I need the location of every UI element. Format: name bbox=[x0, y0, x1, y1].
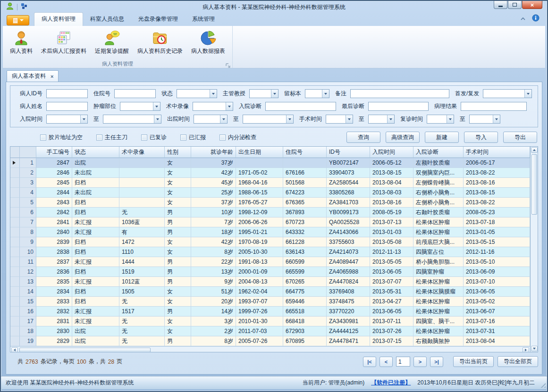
horizontal-scrollbar[interactable] bbox=[10, 346, 530, 352]
table-row[interactable]: 52843归档女37岁1976-05-27676365ZA38417032013… bbox=[10, 198, 530, 208]
table-row[interactable]: 152833归档无女20岁1993-07-0765944633748475201… bbox=[10, 297, 530, 307]
app-logo-icon[interactable] bbox=[6, 2, 14, 12]
scroll-right-icon[interactable] bbox=[523, 347, 529, 352]
vertical-scroll-thumb[interactable] bbox=[531, 154, 537, 215]
table-row[interactable]: 92839归档1472女42岁1970-08-19661228337556032… bbox=[10, 237, 530, 247]
column-header-admission-no[interactable]: 住院号 bbox=[283, 147, 327, 158]
table-row[interactable]: 82840未汇报有男18岁1995-01-21643332ZA414306620… bbox=[10, 227, 530, 237]
scroll-up-icon[interactable] bbox=[531, 147, 538, 153]
table-row[interactable]: 122836归档1519男13岁2000-01-09665599ZA406598… bbox=[10, 267, 530, 277]
column-header-visit-age[interactable]: 就诊年龄 bbox=[191, 147, 236, 158]
patient-name-input[interactable] bbox=[46, 102, 88, 111]
postop-report-button[interactable]: 术后病人汇报资料 bbox=[37, 27, 91, 57]
table-row[interactable]: 112837未汇报1444男22岁1991-08-13660599ZA40894… bbox=[10, 257, 530, 267]
column-header-admission-diagnosis[interactable]: 入院诊断 bbox=[413, 147, 464, 158]
first-page-button[interactable]: |< bbox=[363, 357, 376, 367]
table-row[interactable]: 172831未汇报无女3岁2010-01-30668418ZA343098120… bbox=[10, 317, 530, 326]
column-header-manual-no[interactable]: 手工编号 bbox=[36, 147, 72, 158]
tumor-site-select[interactable] bbox=[120, 102, 160, 111]
export-all-pages-button[interactable]: 导出全部页 bbox=[497, 356, 538, 367]
column-header-admission-date[interactable]: 入院时间 bbox=[370, 147, 413, 158]
revisit-date-from-select[interactable] bbox=[427, 115, 454, 124]
admission-no-input[interactable] bbox=[114, 89, 156, 98]
revisit-reminder-button[interactable]: 近期复诊提醒 bbox=[91, 27, 133, 57]
ribbon-tab-4[interactable]: 系统管理 bbox=[185, 13, 222, 26]
advanced-query-button[interactable]: 高级查询 bbox=[386, 132, 420, 143]
close-button[interactable]: × bbox=[522, 1, 542, 9]
patient-record-button[interactable]: 病人资料 bbox=[6, 27, 37, 57]
history-record-button[interactable]: 病人资料历史记录 bbox=[133, 27, 187, 57]
column-header-birth-date[interactable]: 出生日期 bbox=[236, 147, 283, 158]
pathology-result-input[interactable] bbox=[461, 102, 527, 111]
page-number-input[interactable] bbox=[396, 357, 410, 367]
table-row[interactable]: 102838归档1110女8岁2005-10-30636143ZA4214073… bbox=[10, 247, 530, 257]
chief-surgeon-checkbox[interactable]: 主任主刀 bbox=[96, 133, 127, 142]
surgery-date-to-select[interactable] bbox=[368, 115, 395, 124]
ribbon-tab-1[interactable]: 病人资料管理 bbox=[34, 12, 83, 26]
layout-grid-icon[interactable] bbox=[20, 2, 28, 12]
table-row[interactable]: 32845归档女45岁1968-04-16501568ZA25805442013… bbox=[10, 178, 530, 188]
table-row[interactable]: 42844未出院女25岁1988-06-15674223338052682013… bbox=[10, 188, 530, 198]
column-header-gender[interactable]: 性别 bbox=[165, 147, 191, 158]
column-header-surgery-date[interactable]: 手术时间 bbox=[464, 147, 530, 158]
registration-status-link[interactable]: 【软件已注册】 bbox=[371, 379, 411, 387]
first-or-recur-select[interactable] bbox=[483, 89, 532, 98]
application-menu-button[interactable] bbox=[7, 15, 29, 25]
table-row[interactable]: 62842归档无男10岁1998-12-09367893YB0099173200… bbox=[10, 208, 530, 217]
film-address-empty-checkbox[interactable]: 胶片地址为空 bbox=[40, 133, 83, 142]
status-select[interactable] bbox=[177, 89, 217, 98]
revisited-checkbox[interactable]: 已复诊 bbox=[141, 133, 167, 142]
query-button[interactable]: 查询 bbox=[346, 132, 380, 143]
table-row[interactable]: 162832未汇报1517男14岁1999-07-266655183377022… bbox=[10, 307, 530, 317]
column-header-status[interactable]: 状态 bbox=[72, 147, 119, 158]
collapse-ribbon-icon[interactable] bbox=[520, 15, 526, 23]
table-row[interactable]: 182830出院无女2岁2011-07-03672903ZA4444125201… bbox=[10, 326, 530, 336]
export-current-page-button[interactable]: 导出当前页 bbox=[453, 356, 494, 367]
new-button[interactable]: 新建 bbox=[425, 132, 459, 143]
tab-patient-basic-info[interactable]: 病人基本资料 × bbox=[7, 70, 59, 82]
specimen-select[interactable] bbox=[305, 89, 329, 98]
revisit-date-to-select[interactable] bbox=[469, 115, 500, 124]
table-row[interactable]: 192829出院无男8岁2005-07-26670895ZA4478471201… bbox=[10, 336, 530, 346]
patient-id-input[interactable] bbox=[46, 89, 88, 98]
ribbon-tab-3[interactable]: 光盘录像带管理 bbox=[131, 13, 185, 26]
ribbon-tab-2[interactable]: 科室人员信息 bbox=[83, 13, 131, 26]
scroll-left-icon[interactable] bbox=[11, 347, 18, 352]
prev-page-button[interactable]: < bbox=[379, 357, 393, 367]
table-row[interactable]: 22846未出院女42岁1971-05-02676166339040732013… bbox=[10, 168, 530, 178]
dialog-launcher-icon[interactable] bbox=[226, 61, 230, 66]
last-page-button[interactable]: >| bbox=[430, 357, 443, 367]
admit-date-to-select[interactable] bbox=[103, 115, 161, 124]
professor-select[interactable] bbox=[249, 89, 278, 98]
scroll-down-icon[interactable] bbox=[531, 346, 538, 351]
table-row[interactable]: 142834归档1505女51岁1962-02-0466477533769408… bbox=[10, 287, 530, 297]
data-report-button[interactable]: 病人数据报表 bbox=[187, 27, 229, 57]
reported-checkbox[interactable]: 已汇报 bbox=[180, 133, 206, 142]
next-page-button[interactable]: > bbox=[413, 357, 427, 367]
surgery-video-select[interactable] bbox=[193, 102, 233, 111]
table-row[interactable]: 12847出院女37岁YB00721472006-05-12左额叶胶质瘤2006… bbox=[10, 158, 530, 168]
column-header-id-no[interactable]: ID号 bbox=[327, 147, 370, 158]
column-header-surgery-video[interactable]: 术中录像 bbox=[119, 147, 165, 158]
final-diagnosis-input[interactable] bbox=[368, 102, 429, 111]
horizontal-scroll-thumb[interactable] bbox=[19, 348, 151, 352]
admission-diagnosis-input[interactable] bbox=[265, 102, 336, 111]
info-icon[interactable] bbox=[532, 14, 540, 24]
import-button[interactable]: 导入 bbox=[464, 132, 498, 143]
discharge-date-from-select[interactable] bbox=[194, 115, 228, 124]
vertical-scrollbar[interactable] bbox=[530, 147, 538, 352]
cell-admission-date: 2013-07-15 bbox=[370, 336, 413, 346]
tab-close-icon[interactable]: × bbox=[51, 74, 53, 79]
table-row[interactable]: 72841未汇报1036蓝男7岁2006-06-26670723QA002552… bbox=[10, 217, 530, 227]
maximize-button[interactable] bbox=[508, 1, 522, 9]
minimize-button[interactable] bbox=[494, 1, 507, 9]
column-header-row-selector[interactable] bbox=[10, 147, 20, 158]
surgery-date-from-select[interactable] bbox=[326, 115, 353, 124]
endocrine-exam-checkbox[interactable]: 内分泌检查 bbox=[219, 133, 256, 142]
column-header-row-number[interactable] bbox=[20, 147, 36, 158]
table-row[interactable]: 132835未汇报1012蓝男9岁2004-08-13670265ZA44708… bbox=[10, 277, 530, 287]
discharge-date-to-select[interactable] bbox=[243, 115, 294, 124]
remark-input[interactable] bbox=[350, 89, 449, 98]
export-button[interactable]: 导出 bbox=[503, 132, 537, 143]
admit-date-from-select[interactable] bbox=[46, 115, 88, 124]
